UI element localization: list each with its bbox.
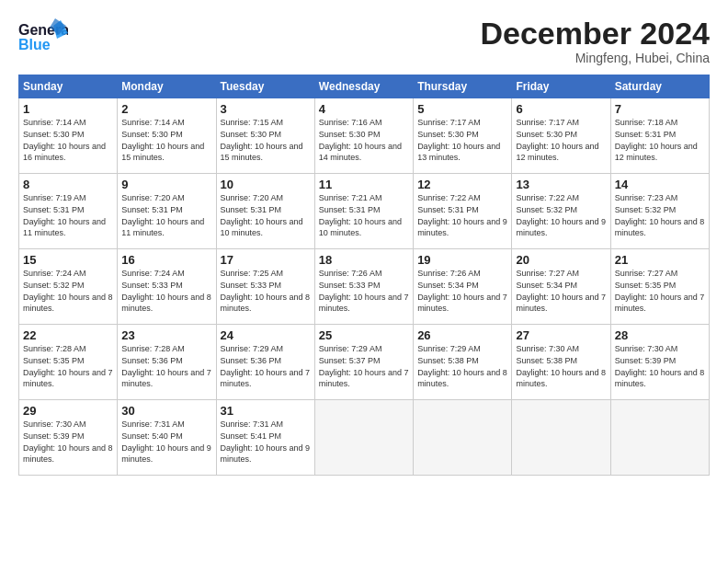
calendar-week-row: 15 Sunrise: 7:24 AM Sunset: 5:32 PM Dayl… xyxy=(19,249,710,325)
table-row: 30 Sunrise: 7:31 AM Sunset: 5:40 PM Dayl… xyxy=(118,400,216,476)
day-info: Sunrise: 7:30 AM Sunset: 5:39 PM Dayligh… xyxy=(23,419,113,465)
table-row: 10 Sunrise: 7:20 AM Sunset: 5:31 PM Dayl… xyxy=(216,174,314,249)
table-row: 29 Sunrise: 7:30 AM Sunset: 5:39 PM Dayl… xyxy=(19,400,118,476)
table-row: 22 Sunrise: 7:28 AM Sunset: 5:35 PM Dayl… xyxy=(19,325,118,400)
day-info: Sunrise: 7:30 AM Sunset: 5:38 PM Dayligh… xyxy=(516,343,606,389)
day-info: Sunrise: 7:15 AM Sunset: 5:30 PM Dayligh… xyxy=(221,117,311,163)
month-title: December 2024 xyxy=(480,17,710,51)
day-number: 18 xyxy=(319,253,409,267)
table-row: 7 Sunrise: 7:18 AM Sunset: 5:31 PM Dayli… xyxy=(610,98,709,174)
day-number: 25 xyxy=(319,328,409,342)
day-info: Sunrise: 7:25 AM Sunset: 5:33 PM Dayligh… xyxy=(221,268,311,314)
table-row: 3 Sunrise: 7:15 AM Sunset: 5:30 PM Dayli… xyxy=(216,98,314,174)
table-row: 25 Sunrise: 7:29 AM Sunset: 5:37 PM Dayl… xyxy=(314,325,413,400)
day-info: Sunrise: 7:31 AM Sunset: 5:41 PM Dayligh… xyxy=(221,419,311,465)
svg-text:Blue: Blue xyxy=(18,37,51,52)
table-row: 27 Sunrise: 7:30 AM Sunset: 5:38 PM Dayl… xyxy=(512,325,610,400)
day-number: 17 xyxy=(221,253,311,267)
day-number: 27 xyxy=(516,328,606,342)
day-info: Sunrise: 7:28 AM Sunset: 5:36 PM Dayligh… xyxy=(121,343,211,389)
day-number: 26 xyxy=(417,328,507,342)
day-number: 21 xyxy=(615,253,705,267)
page: General Blue December 2024 Mingfeng, Hub… xyxy=(0,0,728,563)
table-row: 11 Sunrise: 7:21 AM Sunset: 5:31 PM Dayl… xyxy=(314,174,413,249)
day-info: Sunrise: 7:17 AM Sunset: 5:30 PM Dayligh… xyxy=(516,117,606,163)
table-row xyxy=(314,400,413,476)
table-row: 17 Sunrise: 7:25 AM Sunset: 5:33 PM Dayl… xyxy=(216,249,314,325)
day-number: 10 xyxy=(221,178,311,191)
table-row: 26 Sunrise: 7:29 AM Sunset: 5:38 PM Dayl… xyxy=(414,325,512,400)
day-info: Sunrise: 7:16 AM Sunset: 5:30 PM Dayligh… xyxy=(319,117,409,163)
table-row: 4 Sunrise: 7:16 AM Sunset: 5:30 PM Dayli… xyxy=(314,98,413,174)
day-number: 1 xyxy=(23,102,113,116)
logo: General Blue xyxy=(18,17,68,61)
day-info: Sunrise: 7:29 AM Sunset: 5:36 PM Dayligh… xyxy=(221,343,311,389)
col-thursday: Thursday xyxy=(414,75,512,98)
table-row: 21 Sunrise: 7:27 AM Sunset: 5:35 PM Dayl… xyxy=(610,249,709,325)
day-number: 30 xyxy=(121,404,211,418)
table-row: 14 Sunrise: 7:23 AM Sunset: 5:32 PM Dayl… xyxy=(610,174,709,249)
day-number: 29 xyxy=(23,404,113,418)
col-sunday: Sunday xyxy=(19,75,118,98)
table-row: 8 Sunrise: 7:19 AM Sunset: 5:31 PM Dayli… xyxy=(19,174,118,249)
table-row: 12 Sunrise: 7:22 AM Sunset: 5:31 PM Dayl… xyxy=(414,174,512,249)
day-info: Sunrise: 7:28 AM Sunset: 5:35 PM Dayligh… xyxy=(23,343,113,389)
day-info: Sunrise: 7:22 AM Sunset: 5:31 PM Dayligh… xyxy=(417,192,507,238)
table-row: 28 Sunrise: 7:30 AM Sunset: 5:39 PM Dayl… xyxy=(610,325,709,400)
col-wednesday: Wednesday xyxy=(314,75,413,98)
day-info: Sunrise: 7:27 AM Sunset: 5:34 PM Dayligh… xyxy=(516,268,606,314)
table-row: 5 Sunrise: 7:17 AM Sunset: 5:30 PM Dayli… xyxy=(414,98,512,174)
day-info: Sunrise: 7:22 AM Sunset: 5:32 PM Dayligh… xyxy=(516,192,606,238)
day-number: 13 xyxy=(516,178,606,191)
day-info: Sunrise: 7:20 AM Sunset: 5:31 PM Dayligh… xyxy=(221,192,311,238)
logo-icon: General Blue xyxy=(18,17,68,57)
col-saturday: Saturday xyxy=(610,75,709,98)
day-number: 28 xyxy=(615,328,705,342)
table-row: 18 Sunrise: 7:26 AM Sunset: 5:33 PM Dayl… xyxy=(314,249,413,325)
day-info: Sunrise: 7:17 AM Sunset: 5:30 PM Dayligh… xyxy=(417,117,507,163)
day-number: 19 xyxy=(417,253,507,267)
day-number: 20 xyxy=(516,253,606,267)
calendar-table: Sunday Monday Tuesday Wednesday Thursday… xyxy=(18,75,710,476)
table-row: 15 Sunrise: 7:24 AM Sunset: 5:32 PM Dayl… xyxy=(19,249,118,325)
day-info: Sunrise: 7:24 AM Sunset: 5:33 PM Dayligh… xyxy=(121,268,211,314)
title-block: December 2024 Mingfeng, Hubei, China xyxy=(480,17,710,65)
calendar-week-row: 8 Sunrise: 7:19 AM Sunset: 5:31 PM Dayli… xyxy=(19,174,710,249)
day-info: Sunrise: 7:20 AM Sunset: 5:31 PM Dayligh… xyxy=(121,192,211,238)
day-number: 12 xyxy=(417,178,507,191)
calendar-week-row: 29 Sunrise: 7:30 AM Sunset: 5:39 PM Dayl… xyxy=(19,400,710,476)
table-row xyxy=(414,400,512,476)
day-number: 4 xyxy=(319,102,409,116)
day-info: Sunrise: 7:29 AM Sunset: 5:38 PM Dayligh… xyxy=(417,343,507,389)
day-info: Sunrise: 7:29 AM Sunset: 5:37 PM Dayligh… xyxy=(319,343,409,389)
day-number: 7 xyxy=(615,102,705,116)
day-info: Sunrise: 7:26 AM Sunset: 5:33 PM Dayligh… xyxy=(319,268,409,314)
day-info: Sunrise: 7:19 AM Sunset: 5:31 PM Dayligh… xyxy=(23,192,113,238)
day-info: Sunrise: 7:23 AM Sunset: 5:32 PM Dayligh… xyxy=(615,192,705,238)
day-number: 6 xyxy=(516,102,606,116)
table-row: 19 Sunrise: 7:26 AM Sunset: 5:34 PM Dayl… xyxy=(414,249,512,325)
day-number: 8 xyxy=(23,178,113,191)
table-row: 13 Sunrise: 7:22 AM Sunset: 5:32 PM Dayl… xyxy=(512,174,610,249)
table-row: 2 Sunrise: 7:14 AM Sunset: 5:30 PM Dayli… xyxy=(118,98,216,174)
calendar-week-row: 1 Sunrise: 7:14 AM Sunset: 5:30 PM Dayli… xyxy=(19,98,710,174)
location-subtitle: Mingfeng, Hubei, China xyxy=(480,51,710,65)
day-info: Sunrise: 7:14 AM Sunset: 5:30 PM Dayligh… xyxy=(121,117,211,163)
table-row: 31 Sunrise: 7:31 AM Sunset: 5:41 PM Dayl… xyxy=(216,400,314,476)
table-row: 23 Sunrise: 7:28 AM Sunset: 5:36 PM Dayl… xyxy=(118,325,216,400)
col-friday: Friday xyxy=(512,75,610,98)
table-row: 24 Sunrise: 7:29 AM Sunset: 5:36 PM Dayl… xyxy=(216,325,314,400)
table-row: 16 Sunrise: 7:24 AM Sunset: 5:33 PM Dayl… xyxy=(118,249,216,325)
col-tuesday: Tuesday xyxy=(216,75,314,98)
day-number: 14 xyxy=(615,178,705,191)
header: General Blue December 2024 Mingfeng, Hub… xyxy=(18,17,710,65)
table-row: 6 Sunrise: 7:17 AM Sunset: 5:30 PM Dayli… xyxy=(512,98,610,174)
day-info: Sunrise: 7:14 AM Sunset: 5:30 PM Dayligh… xyxy=(23,117,113,163)
table-row: 9 Sunrise: 7:20 AM Sunset: 5:31 PM Dayli… xyxy=(118,174,216,249)
day-info: Sunrise: 7:21 AM Sunset: 5:31 PM Dayligh… xyxy=(319,192,409,238)
table-row xyxy=(512,400,610,476)
day-info: Sunrise: 7:24 AM Sunset: 5:32 PM Dayligh… xyxy=(23,268,113,314)
table-row xyxy=(610,400,709,476)
day-info: Sunrise: 7:30 AM Sunset: 5:39 PM Dayligh… xyxy=(615,343,705,389)
day-info: Sunrise: 7:18 AM Sunset: 5:31 PM Dayligh… xyxy=(615,117,705,163)
